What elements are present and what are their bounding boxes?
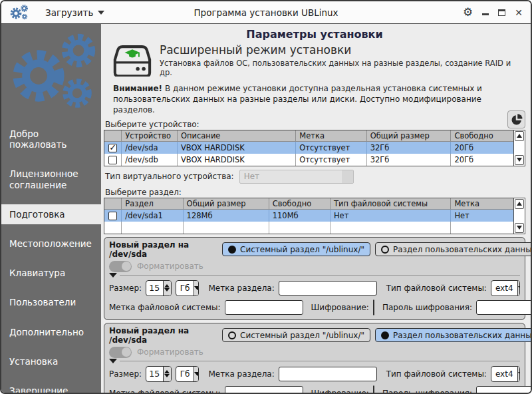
partition-row-empty <box>104 222 513 234</box>
radio-user-data-partition[interactable]: Раздел пользовательских данных /ublinux-… <box>375 242 532 256</box>
pie-chart-button[interactable] <box>507 110 525 128</box>
fs-label-label: Метка файловой системы: <box>109 303 221 312</box>
radio-user-data-partition[interactable]: Раздел пользовательских данных /ublinux-… <box>375 328 532 342</box>
minimize-button[interactable] <box>482 13 489 15</box>
sidebar-item-additional[interactable]: Дополнительно <box>1 322 101 342</box>
maximize-button[interactable] <box>498 9 505 16</box>
scroll-up-icon[interactable] <box>515 131 524 141</box>
panel-title: Новый раздел на /dev/sda <box>109 240 217 259</box>
page-title: Параметры установки <box>104 25 525 42</box>
collapse-arrow-icon[interactable] <box>109 273 117 278</box>
partition-label-label: Метка раздела: <box>208 369 274 379</box>
fs-label-input[interactable] <box>225 386 303 394</box>
sidebar-item-keyboard[interactable]: Клавиатура <box>1 263 101 283</box>
app-logo-gears-icon <box>9 4 32 21</box>
main-content: Параметры установки Расширенный режим ус… <box>101 24 531 393</box>
partition-table-scrollbar[interactable] <box>513 198 525 234</box>
format-toggle[interactable] <box>109 347 132 358</box>
format-toggle-label: Форматировать <box>137 262 203 271</box>
virtual-device-label: Тип виртуального устройства: <box>105 172 234 181</box>
harddisk-graduation-icon <box>113 44 152 77</box>
sidebar-item-license[interactable]: Лицензионное соглашение <box>1 164 101 194</box>
encryption-label: Шифрование: <box>311 303 369 312</box>
sidebar: Добро пожаловать Лицензионное соглашение… <box>1 24 101 393</box>
size-spinner[interactable]: 15 <box>146 280 172 296</box>
format-toggle[interactable] <box>109 261 132 272</box>
device-sdb-checkbox[interactable] <box>108 156 117 164</box>
fs-label-input[interactable] <box>225 300 303 315</box>
panel-title: Новый раздел на /dev/sda <box>109 326 217 345</box>
pie-chart-icon <box>510 113 523 126</box>
close-button[interactable]: ✕ <box>515 8 523 17</box>
chevron-down-icon <box>517 367 520 381</box>
spinner-arrows-icon[interactable] <box>163 367 170 381</box>
warning-text: Внимание! В данном режиме установки дост… <box>113 83 515 116</box>
load-button[interactable]: Загрузить <box>41 5 108 21</box>
size-unit-dropdown[interactable]: Гб <box>176 366 200 382</box>
sidebar-item-finish[interactable]: Завершение <box>1 381 101 394</box>
fstype-dropdown[interactable]: ext4 <box>491 366 520 382</box>
chevron-down-icon <box>194 367 199 381</box>
titlebar: Загрузить Программа установки UBLinux ⚙ … <box>1 1 531 24</box>
scroll-down-icon[interactable] <box>515 155 524 165</box>
fstype-label: Тип файловой системы: <box>386 369 487 379</box>
sidebar-item-location[interactable]: Местоположение <box>1 234 101 254</box>
fstype-dropdown[interactable]: ext4 <box>491 280 520 296</box>
partition-label-input[interactable] <box>279 367 377 381</box>
sidebar-item-welcome[interactable]: Добро пожаловать <box>1 124 101 154</box>
sidebar-nav: Добро пожаловать Лицензионное соглашение… <box>1 122 101 394</box>
chevron-down-icon <box>98 11 104 15</box>
device-table-scrollbar[interactable] <box>513 130 525 166</box>
chevron-down-icon <box>194 281 199 296</box>
password-label: Пароль шифрования: <box>382 389 472 394</box>
mode-title: Расширенный режим установки <box>160 43 525 57</box>
encryption-label: Шифрование: <box>311 389 369 394</box>
collapse-arrow-icon[interactable] <box>109 359 117 363</box>
size-unit-dropdown[interactable]: Гб <box>176 280 200 296</box>
radio-system-partition[interactable]: Системный раздел "/ublinux/" <box>222 328 370 342</box>
new-partition-panel-userdata: Новый раздел на /dev/sda Системный разде… <box>104 323 525 394</box>
encryption-password-input[interactable] <box>476 300 532 315</box>
scroll-down-icon[interactable] <box>515 223 524 233</box>
partition-row-sda1[interactable]: /dev/sda1 128Мб 110Мб Нет Нет <box>104 210 513 222</box>
radio-selected-icon <box>381 331 389 339</box>
encryption-dropdown[interactable]: Отключено <box>373 299 374 315</box>
scroll-up-icon[interactable] <box>515 199 524 209</box>
size-label: Размер: <box>109 284 142 293</box>
load-button-label: Загрузить <box>45 7 93 18</box>
partition-sda1-checkbox[interactable] <box>108 212 117 220</box>
password-label: Пароль шифрования: <box>382 303 472 312</box>
device-table-header: Устройство Описание Метка Общий размер С… <box>104 130 513 142</box>
divider <box>120 361 520 361</box>
device-sda-checkbox[interactable] <box>108 144 117 152</box>
partition-table: Раздел Общий размер Свободно Тип файлово… <box>104 198 525 234</box>
radio-selected-icon <box>228 246 236 254</box>
size-label: Размер: <box>109 369 142 379</box>
spinner-arrows-icon[interactable] <box>163 281 170 296</box>
device-row-sda[interactable]: /dev/sda VBOX HARDDISK Отсутствует 32Гб … <box>104 142 513 154</box>
encryption-password-input[interactable] <box>476 386 532 394</box>
size-spinner[interactable]: 15 <box>146 366 172 382</box>
installer-window: Загрузить Программа установки UBLinux ⚙ … <box>0 0 532 394</box>
sidebar-item-preparation[interactable]: Подготовка <box>1 204 101 224</box>
partition-label-input[interactable] <box>279 281 377 296</box>
chevron-down-icon <box>517 281 520 296</box>
mode-subtitle: Установка файлов ОС, пользовательских да… <box>160 59 525 77</box>
sidebar-item-users[interactable]: Пользователи <box>1 292 101 312</box>
encryption-dropdown[interactable]: Отключено <box>373 385 374 394</box>
new-partition-panel-system: Новый раздел на /dev/sda Системный разде… <box>104 237 525 320</box>
device-table: Устройство Описание Метка Общий размер С… <box>104 130 525 166</box>
partition-table-header: Раздел Общий размер Свободно Тип файлово… <box>104 198 513 210</box>
device-row-sdb[interactable]: /dev/sdb VBOX HARDDISK Отсутствует 32Гб … <box>104 154 513 166</box>
sidebar-gears-art-icon <box>1 24 101 122</box>
divider <box>120 275 520 276</box>
settings-gear-icon[interactable]: ⚙ <box>463 7 473 18</box>
format-toggle-label: Форматировать <box>137 347 203 357</box>
partition-label-label: Метка раздела: <box>208 284 274 293</box>
radio-unselected-icon <box>228 331 236 339</box>
fs-label-label: Метка файловой системы: <box>109 389 221 394</box>
fstype-label: Тип файловой системы: <box>386 284 487 293</box>
radio-system-partition[interactable]: Системный раздел "/ublinux/" <box>222 242 370 256</box>
sidebar-item-installation[interactable]: Установка <box>1 351 101 371</box>
radio-unselected-icon <box>381 246 389 254</box>
